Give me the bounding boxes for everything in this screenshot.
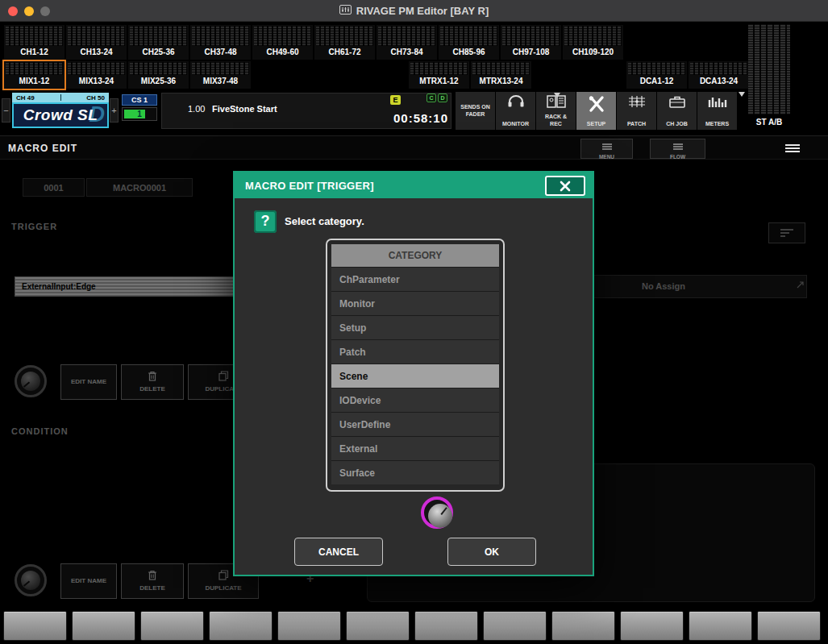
setup-button[interactable]: SETUP — [576, 92, 616, 130]
help-icon: ? — [254, 210, 277, 233]
function-key[interactable] — [277, 611, 341, 641]
dropdown-triangle-icon[interactable] — [739, 92, 745, 97]
window-title: RIVAGE PM Editor [BAY R] — [339, 5, 489, 17]
page-title: MACRO EDIT — [8, 143, 77, 154]
category-list-header: CATEGORY — [331, 244, 499, 267]
flow-lines-icon — [672, 139, 684, 153]
bank-dca1-12[interactable]: DCA1-12 — [626, 61, 687, 89]
zoom-window-button[interactable] — [40, 6, 50, 16]
window-title-text: RIVAGE PM Editor [BAY R] — [356, 5, 489, 17]
category-item-chparameter[interactable]: ChParameter — [331, 267, 499, 291]
scene-display[interactable]: 1.00 FiveStone Start E C D 00:58:10 — [161, 93, 451, 129]
bank-ch109-120[interactable]: CH109-120 — [563, 25, 623, 60]
category-item-monitor[interactable]: Monitor — [331, 291, 499, 315]
meter-bars-icon — [697, 95, 737, 108]
macos-titlebar: RIVAGE PM Editor [BAY R] — [0, 0, 828, 22]
main-toolbar: SENDS ON FADERMONITORRACK & RECSETUPPATC… — [456, 92, 737, 130]
bank-ch73-84[interactable]: CH73-84 — [377, 25, 437, 60]
cancel-button[interactable]: CANCEL — [294, 538, 383, 566]
scene-edit-badge: E — [390, 95, 401, 105]
category-item-surface[interactable]: Surface — [331, 460, 499, 484]
dialog-title: MACRO EDIT [TRIGGER] — [245, 180, 374, 192]
bank-ch97-108[interactable]: CH97-108 — [501, 25, 561, 60]
bank-ch25-36[interactable]: CH25-36 — [128, 25, 189, 60]
menu-lines-icon — [601, 139, 613, 153]
channel-meters — [316, 26, 373, 46]
traffic-lights — [8, 6, 50, 16]
scene-number: 1.00 — [188, 104, 205, 114]
dropdown-triangle-icon[interactable] — [554, 93, 560, 98]
channel-meters — [6, 26, 63, 46]
patch-button[interactable]: PATCH — [617, 92, 656, 130]
channel-meters — [440, 26, 497, 46]
channel-meters — [254, 26, 311, 46]
channel-meters — [472, 62, 530, 75]
function-key[interactable] — [483, 611, 547, 641]
bank-ch13-24[interactable]: CH13-24 — [66, 25, 127, 60]
rack-rec-button[interactable]: RACK & REC — [536, 92, 576, 130]
function-key[interactable] — [414, 611, 478, 641]
function-key[interactable] — [346, 611, 410, 641]
category-item-userdefine[interactable]: UserDefine — [331, 412, 499, 436]
monitor-button[interactable]: MONITOR — [496, 92, 535, 130]
badge-c: C — [426, 93, 436, 102]
channel-meters — [68, 26, 125, 46]
hamburger-menu-icon[interactable] — [784, 143, 801, 154]
ch-job-button[interactable]: CH JOB — [657, 92, 697, 130]
headphones-icon — [496, 95, 535, 108]
category-item-iodevice[interactable]: IODevice — [331, 388, 499, 412]
bank-mix37-48[interactable]: MIX37-48 — [190, 61, 251, 89]
category-item-external[interactable]: External — [331, 436, 499, 460]
close-window-button[interactable] — [8, 6, 18, 16]
dialog-select-knob[interactable] — [421, 497, 453, 529]
function-key[interactable] — [620, 611, 684, 641]
bank-ch49-60[interactable]: CH49-60 — [252, 25, 313, 60]
minimize-window-button[interactable] — [24, 6, 34, 16]
channel-pair-right: CH 50 — [86, 94, 105, 102]
bank-dca13-24[interactable]: DCA13-24 — [689, 61, 749, 89]
channel-meters — [130, 62, 187, 75]
function-key[interactable] — [72, 611, 135, 641]
meters-button[interactable]: METERS — [697, 92, 737, 130]
bank-mix25-36[interactable]: MIX25-36 — [128, 61, 189, 89]
function-key[interactable] — [3, 611, 67, 641]
briefcase-icon — [657, 95, 697, 108]
bank-mtrx13-24[interactable]: MTRX13-24 — [471, 61, 531, 89]
scene-name: FiveStone Start — [212, 104, 277, 114]
channel-meters — [410, 62, 468, 75]
bank-ch85-96[interactable]: CH85-96 — [439, 25, 499, 60]
dialog-header: MACRO EDIT [TRIGGER] — [235, 172, 593, 198]
rivage-pm-editor-window: RIVAGE PM Editor [BAY R] CH1-12CH13-24CH… — [0, 0, 828, 644]
selected-channel-display[interactable]: D Crowd SL — [12, 102, 109, 128]
function-key[interactable] — [209, 611, 273, 641]
channel-meters — [690, 62, 747, 75]
bank-mtrx1-12[interactable]: MTRX1-12 — [409, 61, 469, 89]
category-item-scene[interactable]: Scene — [331, 364, 499, 388]
bank-ch37-48[interactable]: CH37-48 — [190, 25, 251, 60]
flow-button[interactable]: FLOW — [650, 139, 705, 159]
channel-meters — [192, 26, 249, 46]
category-item-patch[interactable]: Patch — [331, 339, 499, 364]
patch-grid-icon — [617, 95, 656, 108]
function-key[interactable] — [140, 611, 204, 641]
menu-button[interactable]: MENU — [580, 139, 633, 159]
bank-ch61-72[interactable]: CH61-72 — [314, 25, 375, 60]
channel-decrement-button[interactable]: − — [2, 98, 10, 123]
bank-mix13-24[interactable]: MIX13-24 — [66, 61, 127, 89]
menu-button-label: MENU — [599, 154, 614, 160]
app-icon — [339, 5, 352, 17]
category-item-setup[interactable]: Setup — [331, 315, 499, 339]
channel-pair-divider — [60, 94, 61, 101]
function-key[interactable] — [551, 611, 615, 641]
bank-ch1-12[interactable]: CH1-12 — [4, 25, 64, 60]
function-key[interactable] — [757, 611, 821, 641]
function-key[interactable] — [689, 611, 752, 641]
bank-mix1-12[interactable]: MIX1-12 — [4, 61, 64, 89]
channel-increment-button[interactable]: + — [110, 98, 119, 123]
ok-button[interactable]: OK — [447, 538, 536, 566]
sends-on-fader-button[interactable]: SENDS ON FADER — [456, 92, 495, 130]
knob-cap — [428, 504, 452, 528]
channel-bank-row-inputs: CH1-12CH13-24CH25-36CH37-48CH49-60CH61-7… — [4, 25, 623, 60]
dialog-close-button[interactable] — [545, 176, 585, 196]
badge-d: D — [438, 93, 447, 102]
